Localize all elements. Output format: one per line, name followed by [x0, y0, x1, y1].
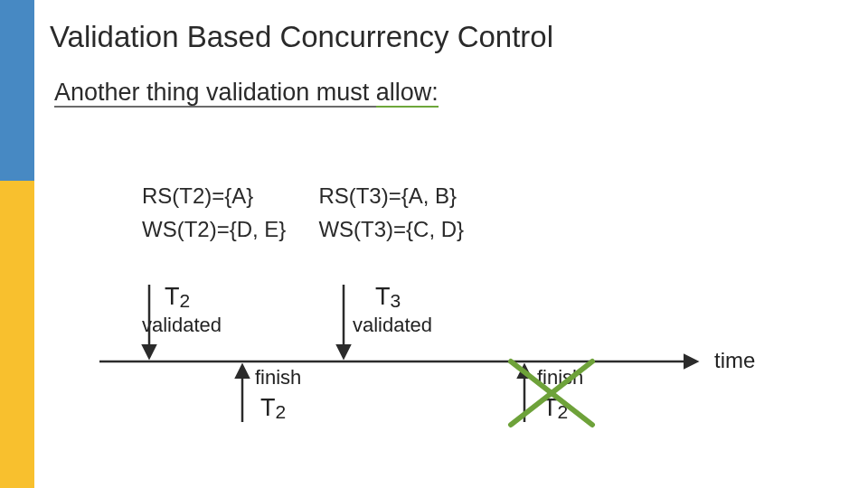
timeline-diagram: time T2 validated T3 validated finish T2… [99, 267, 787, 465]
ws-t3: WS(T3)={C, D} [318, 214, 495, 246]
t2-validated: validated [142, 314, 222, 336]
read-write-sets: RS(T2)={A} RS(T3)={A, B} WS(T2)={D, E} W… [140, 179, 496, 248]
finish-t2-a: T2 [260, 394, 286, 422]
sidebar-accent [0, 0, 34, 488]
t3-validated: validated [353, 314, 432, 336]
sidebar-blue [0, 0, 34, 181]
sidebar-yellow [0, 181, 34, 488]
t2-label: T2 [165, 283, 190, 311]
t3-label: T3 [375, 283, 401, 311]
finish-label-a: finish [255, 366, 301, 389]
ws-t2: WS(T2)={D, E} [142, 214, 316, 246]
subtitle-prefix: Another thing validation must [54, 79, 376, 108]
rs-t2: RS(T2)={A} [142, 181, 316, 212]
rs-t3: RS(T3)={A, B} [318, 181, 495, 212]
page-title: Validation Based Concurrency Control [50, 20, 553, 54]
subtitle: Another thing validation must allow: [54, 79, 439, 107]
subtitle-allow: allow: [376, 79, 439, 108]
time-label: time [714, 348, 755, 372]
